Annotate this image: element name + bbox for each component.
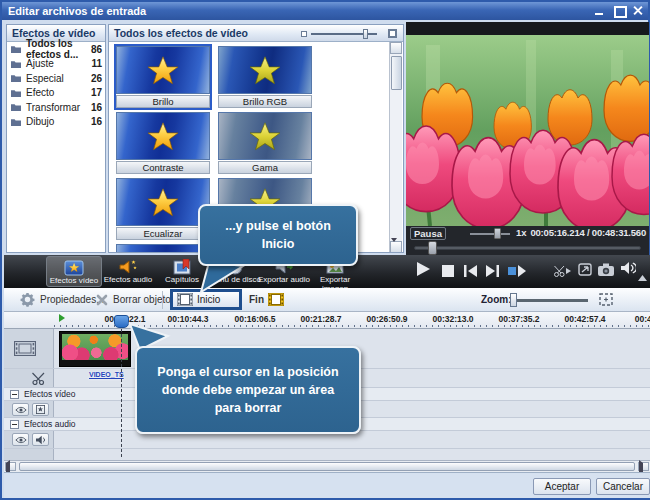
timeline-cursor-handle[interactable] [114,315,129,328]
tab-efectos-video[interactable]: Efectos vídeo [46,256,102,287]
play-button[interactable] [416,261,431,281]
thumbnail-size-slider[interactable] [301,29,397,39]
effects-scrollbar[interactable] [389,42,402,253]
dialog-footer: Aceptar Cancelar [4,472,650,498]
fit-to-screen-icon[interactable] [598,292,614,309]
speed-slider-track[interactable] [470,233,510,235]
folder-icon [10,117,22,127]
playback-state-label: Pausa [410,227,446,240]
collapse-icon[interactable] [10,390,19,399]
star-icon [141,115,185,157]
previous-frame-button[interactable] [464,263,477,281]
zoom-slider-track[interactable] [512,299,588,302]
effect-tile-brillo[interactable]: Brillo [116,46,210,108]
star-icon [141,181,185,223]
scroll-left-icon[interactable] [5,462,16,471]
scrollbar-thumb[interactable] [391,56,402,90]
video-track-gutter [4,329,54,368]
eye-toggle-icon[interactable] [12,403,29,416]
zoom-slider-handle[interactable] [510,293,517,307]
star-icon [141,49,185,91]
tab-efectos-audio[interactable]: Efectos audio [100,256,156,287]
folder-icon [10,44,22,54]
film-start-icon [177,293,193,306]
tooltip-place-cursor: Ponga el cursor en la posición donde deb… [135,346,361,434]
trim-button[interactable] [554,263,571,281]
film-track-icon [14,341,36,356]
minimize-icon[interactable] [594,5,606,16]
collapse-icon[interactable] [10,420,19,429]
size-slider-handle[interactable] [363,29,368,39]
scroll-right-icon[interactable] [638,462,649,471]
effect-categories-panel: Efectos de vídeo Todos los efectos d...8… [6,24,106,253]
category-row-especial[interactable]: Especial26 [7,71,105,86]
start-marker-icon [59,314,65,322]
speed-slider-handle[interactable] [494,228,501,239]
maximize-icon[interactable] [613,5,625,16]
category-row-efecto[interactable]: Efecto17 [7,86,105,101]
tooltip-press-start: ...y pulse el botón Inicio [198,204,358,266]
play-selection-button[interactable] [508,263,526,281]
film-end-icon[interactable] [268,293,284,308]
large-size-icon [388,29,397,38]
window-title: Editar archivos de entrada [8,5,146,17]
folder-icon [10,102,22,112]
volume-button[interactable] [620,261,636,279]
properties-button[interactable]: Propiedades... [40,294,105,305]
cancel-button[interactable]: Cancelar [596,478,650,495]
gear-icon[interactable] [20,292,35,309]
delete-x-icon[interactable] [96,294,108,308]
category-row-todos[interactable]: Todos los efectos d...86 [7,42,105,57]
eye-toggle-icon[interactable] [12,433,29,446]
end-button-label[interactable]: Fin [249,294,264,305]
category-row-transformar[interactable]: Transformar16 [7,100,105,115]
close-icon[interactable] [632,5,644,16]
categories-list: Todos los efectos d...86 Ajuste11 Especi… [7,42,105,129]
letterbox-bar [406,22,649,35]
folder-icon [10,73,22,83]
category-row-dibujo[interactable]: Dibujo16 [7,115,105,130]
effect-tile-brillo-rgb[interactable]: Brillo RGB [218,46,312,108]
zoom-label: Zoom: [481,294,512,305]
star-icon [141,247,185,253]
time-display: 00:05:16.214 / 00:48:31.560 [530,227,646,238]
fullscreen-button[interactable] [578,262,592,280]
timeline-hscrollbar[interactable] [4,460,650,472]
scissors-icon[interactable] [32,372,47,385]
effect-tile-gama[interactable]: Gama [218,112,312,174]
audio-effects-icon [118,259,138,275]
preview-video-frame[interactable] [406,35,649,226]
snapshot-button[interactable] [598,262,615,280]
speed-value: 1x [516,227,527,238]
star-effect-toggle-icon[interactable] [32,403,49,416]
empty-track-area [4,449,650,460]
clip-thumbnail [62,334,128,360]
next-frame-button[interactable] [486,263,499,281]
effect-tile-7[interactable] [116,244,210,253]
clip-label: VIDEO_TS [89,371,124,378]
video-preview-panel: Pausa 1x 00:05:16.214 / 00:48:31.560 [406,22,649,255]
dialog-window: Editar archivos de entrada Efectos de ví… [0,0,650,500]
star-icon [243,115,287,157]
effect-tile-contraste[interactable]: Contraste [116,112,210,174]
effects-header: Todos los efectos de vídeo [109,25,403,42]
video-effects-icon [64,260,84,276]
folder-icon [10,88,22,98]
scroll-up-icon[interactable] [390,42,402,54]
seek-track[interactable] [414,246,641,250]
speaker-toggle-icon[interactable] [32,433,49,446]
more-controls-icon[interactable] [638,267,647,285]
folder-icon [10,59,22,69]
timeline-ruler[interactable]: 00:05:22.1 00:10:44.3 00:16:06.5 00:21:2… [4,312,650,329]
scroll-down-icon[interactable] [390,241,402,253]
hscrollbar-thumb[interactable] [19,462,635,471]
timeline-toolbar: Propiedades... Borrar objeto Inicio Fin … [4,288,650,312]
title-bar[interactable]: Editar archivos de entrada [2,2,648,20]
seek-handle[interactable] [428,241,437,255]
star-icon [243,49,287,91]
stop-button[interactable] [442,263,454,281]
effect-tile-ecualizar[interactable]: Ecualizar [116,178,210,240]
accept-button[interactable]: Aceptar [533,478,591,495]
seek-bar[interactable] [406,241,649,255]
playback-status-bar: Pausa 1x 00:05:16.214 / 00:48:31.560 [406,226,649,241]
